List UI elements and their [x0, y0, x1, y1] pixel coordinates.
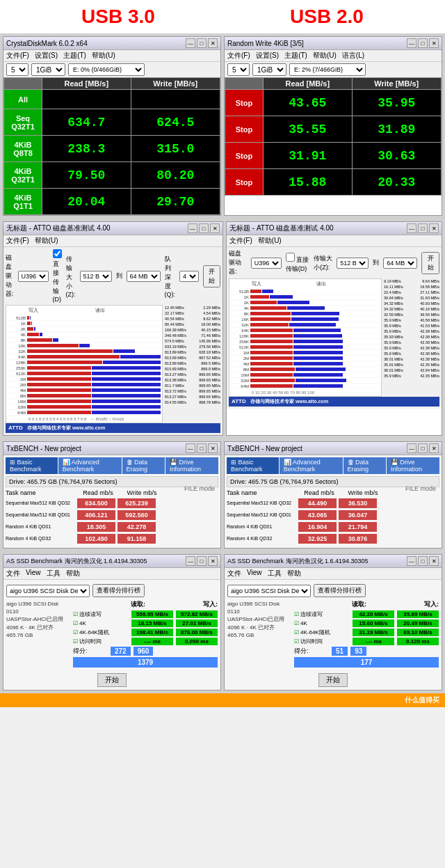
- atto-usb30-bars: 512B1K2K4K8K16K32K64K128K256K512K1M2M4M8…: [8, 315, 161, 416]
- txbench-write-val: 592.560: [118, 510, 156, 520]
- asssd20-results: 读取: 写入: ☑ 连续读写 42.20 MB/s 35.89 MB/s ☑ 4…: [294, 600, 439, 668]
- txbench-usb20-title: TxBENCH - New project: [227, 445, 302, 452]
- stop2-read: 35.55: [264, 116, 353, 143]
- asssd20-device-select[interactable]: aigo U396 SCSI Disk Device: [227, 585, 311, 597]
- txbench30-min[interactable]: —: [186, 443, 195, 453]
- txbench30-max[interactable]: □: [197, 443, 207, 453]
- count-select2[interactable]: 5: [227, 63, 250, 76]
- drive-select[interactable]: E: 0% (0/466GiB): [68, 63, 145, 76]
- asssd30-device-select[interactable]: aigo U396 SCSI Disk Device: [6, 585, 90, 597]
- atto-start-btn[interactable]: 开始: [203, 265, 220, 287]
- atto-chart-main: 写入 读出 512B1K2K4K8K16K32K64K128K256K512K1…: [6, 305, 220, 423]
- txbench20-min[interactable]: —: [407, 443, 416, 453]
- txbench-data-row: Random 4 KiB QD32 102.490 91.158: [6, 534, 218, 544]
- txbench-read-val: 634.500: [77, 498, 115, 508]
- atto-bar-row: 1M: [8, 377, 161, 382]
- asssd-usb30-body: aigo U396 SCSI Disk Device 查看得分排行榜 aigo …: [3, 580, 220, 690]
- cdm-usb30-table: Read [MB/s] Write [MB/s] All SeqQ32T1 63…: [3, 77, 220, 215]
- asssd20-menubar: 文件 View 工具 帮助: [225, 568, 442, 580]
- minimize-btn[interactable]: —: [186, 38, 195, 48]
- transfer-size-select[interactable]: 512 B: [80, 271, 112, 282]
- asssd-read-val: -.-- ms: [353, 638, 394, 645]
- close-btn2[interactable]: ✕: [429, 38, 439, 48]
- cdm-stop-row2: Stop 35.55 31.89: [225, 116, 442, 143]
- 4kq8-read-30: 238.3: [42, 136, 131, 162]
- transfer-size-select2[interactable]: 512 B: [337, 258, 369, 269]
- minimize-btn2[interactable]: —: [407, 38, 416, 48]
- menu-theme[interactable]: 主题(T): [63, 51, 86, 61]
- cdm-usb20-title: Random Write 4KiB [3/5]: [227, 40, 304, 47]
- maximize-btn[interactable]: □: [197, 38, 207, 48]
- menu-file[interactable]: 文件(F): [6, 51, 29, 61]
- direct-io-check[interactable]: [53, 249, 62, 258]
- asssd-data-row: ☑ 连续读写 558.95 MB/s 572.82 MB/s: [73, 610, 218, 618]
- atto-bar-row20: 4K: [231, 306, 380, 311]
- menu-settings[interactable]: 设置(S): [35, 51, 58, 61]
- tab-data-erasing[interactable]: 🗑 Data Erasing: [122, 457, 165, 474]
- tab-basic-bench[interactable]: ⊞ Basic Benchmark: [6, 457, 58, 474]
- 4kq8-write-30: 315.0: [131, 136, 220, 162]
- stop1-read: 43.65: [264, 90, 353, 116]
- atto-max-btn[interactable]: □: [199, 223, 209, 233]
- atto-min-btn[interactable]: —: [188, 223, 197, 233]
- asssd30-rank-btn[interactable]: 查看得分排行榜: [92, 584, 145, 597]
- size-select[interactable]: 1GiB: [31, 63, 65, 76]
- asssd30-max[interactable]: □: [197, 556, 207, 566]
- txbench-write-val: 42.278: [118, 522, 156, 532]
- transfer-to-select2[interactable]: 64 MB: [383, 258, 417, 269]
- size-select2[interactable]: 1GiB: [252, 63, 286, 76]
- atto-usb30-title: 无标题 - ATTO 磁盘基准测试 4.00: [6, 223, 111, 233]
- atto-bar-row: 4K: [8, 332, 161, 338]
- atto20-close-btn[interactable]: ✕: [429, 223, 439, 233]
- stop-btn-3[interactable]: Stop: [225, 143, 264, 169]
- close-btn[interactable]: ✕: [208, 38, 218, 48]
- atto20-min-btn[interactable]: —: [407, 223, 416, 233]
- atto-usb20-titlebar: 无标题 - ATTO 磁盘基准测试 4.00 — □ ✕: [227, 222, 442, 235]
- atto20-start-btn[interactable]: 开始: [421, 252, 439, 274]
- txbench30-close[interactable]: ✕: [208, 443, 218, 453]
- transfer-to-select[interactable]: 64 MB: [127, 271, 161, 282]
- asssd20-rank-btn[interactable]: 查看得分排行榜: [314, 584, 366, 597]
- txbench-write-val: 91.158: [118, 534, 156, 544]
- tab-drive-info[interactable]: 💾 Drive Information: [165, 457, 218, 474]
- stop-btn-2[interactable]: Stop: [225, 116, 264, 143]
- asssd20-close[interactable]: ✕: [429, 556, 439, 566]
- txbench20-max[interactable]: □: [418, 443, 428, 453]
- stop-btn-1[interactable]: Stop: [225, 90, 264, 116]
- asssd20-min[interactable]: —: [407, 556, 416, 566]
- asssd20-max[interactable]: □: [418, 556, 428, 566]
- txbench20-close[interactable]: ✕: [429, 443, 439, 453]
- asssd30-close[interactable]: ✕: [208, 556, 218, 566]
- atto20-drive-select[interactable]: U396: [251, 258, 282, 269]
- tab-advanced-bench[interactable]: 📊 Advanced Benchmark: [58, 457, 122, 474]
- atto-drive-select[interactable]: U396: [18, 271, 49, 282]
- maximize-btn2[interactable]: □: [418, 38, 428, 48]
- tab-advanced-bench2[interactable]: 📊 Advanced Benchmark: [280, 457, 343, 474]
- asssd30-start-btn[interactable]: 开始: [97, 673, 127, 687]
- asssd-read-val: 42.20 MB/s: [353, 610, 394, 618]
- queue-depth-select[interactable]: 4: [179, 271, 199, 282]
- tab-basic-bench2[interactable]: ⊞ Basic Benchmark: [227, 457, 279, 474]
- drive-select2[interactable]: E: 2% (7/466GiB): [289, 63, 366, 76]
- atto-usb20-body: 磁盘驱动器: U396 直接传输(D) 传输大小(Z): 512 B 到 64 …: [227, 247, 442, 409]
- asssd-write-val: 0.090 ms: [176, 638, 218, 645]
- asssd30-total-score: 1379: [73, 657, 218, 668]
- atto20-max-btn[interactable]: □: [418, 223, 428, 233]
- tab-data-erasing2[interactable]: 🗑 Data Erasing: [343, 457, 387, 474]
- direct-io-check2[interactable]: [286, 253, 295, 262]
- tab-drive-info2[interactable]: 💾 Drive Information: [387, 457, 439, 474]
- asssd20-device-info: aigo U396 SCSI Disk0110UASPStor-AHCI已启用4…: [227, 600, 290, 668]
- atto-close-btn[interactable]: ✕: [210, 223, 220, 233]
- attd-label: ATTD: [8, 425, 23, 431]
- stop-btn-4[interactable]: Stop: [225, 169, 264, 196]
- txbench-usb30-titlebar: TxBENCH - New project — □ ✕: [3, 442, 220, 455]
- asssd-usb30-title: AS SSD Benchmark 海河的鱼汉化 1.6.4194.30305: [6, 557, 147, 566]
- count-select[interactable]: 5: [6, 63, 29, 76]
- atto-chart-main20: 写入 读出 512B1K2K4K8K16K32K64K128K256K512K1…: [229, 278, 439, 397]
- asssd30-min[interactable]: —: [186, 556, 195, 566]
- menu-help[interactable]: 帮助(U): [92, 51, 115, 61]
- atto-bar-row: 8M: [8, 393, 161, 399]
- cdm-usb20-table: Read [MB/s] Write [MB/s] Stop 43.65 35.9…: [225, 77, 442, 196]
- asssd-data-row: ☑ 4K 18.15 MB/s 27.01 MB/s: [73, 620, 218, 627]
- asssd20-start-btn[interactable]: 开始: [318, 673, 348, 687]
